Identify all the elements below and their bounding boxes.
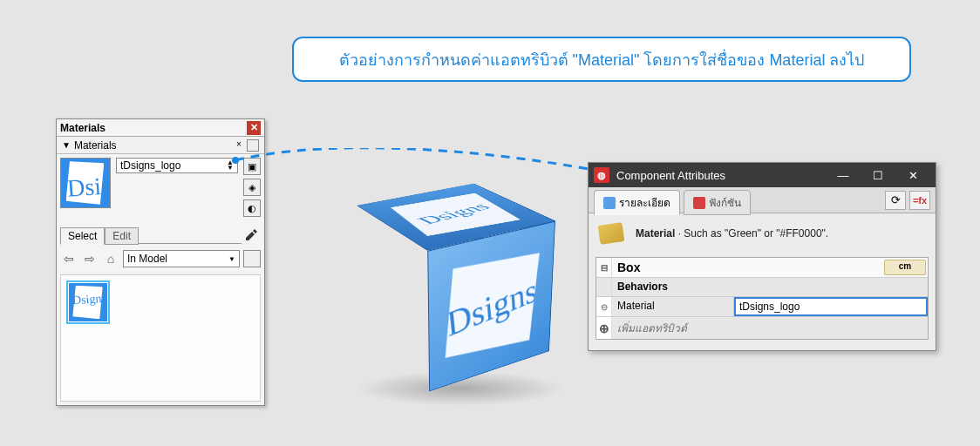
grid-header-row: ⊟ Box cm	[596, 258, 928, 278]
tab-functions[interactable]: ฟังก์ชัน	[684, 190, 751, 215]
tab-select[interactable]: Select	[60, 227, 105, 245]
component-name: Box	[612, 258, 882, 277]
pushpin-icon[interactable]	[247, 139, 259, 152]
info-icon	[603, 197, 616, 209]
materials-subheader[interactable]: ▼ Materials ×	[57, 137, 264, 154]
nav-back-icon[interactable]: ⇦	[60, 250, 78, 267]
material-thumbnail[interactable]: Dsigns	[66, 280, 110, 324]
unit-toggle[interactable]: cm	[884, 260, 926, 275]
create-material-icon[interactable]: ◈	[243, 179, 261, 196]
app-icon: ◍	[594, 167, 609, 183]
spinner-icon[interactable]: ▲▼	[227, 160, 234, 171]
chevron-down-icon: ▼	[228, 255, 235, 263]
material-swatch-large[interactable]: Dsigns	[60, 158, 111, 208]
set-default-icon[interactable]: ◐	[243, 199, 261, 217]
section-label: Behaviors	[612, 278, 928, 296]
attr-label: Material	[612, 297, 734, 316]
library-dropdown[interactable]: In Model ▼	[123, 250, 240, 267]
ca-tabs-row: รายละเอียด ฟังก์ชัน ⟳ =fx	[589, 187, 936, 213]
remove-attr-icon[interactable]: ⊖	[596, 297, 612, 316]
home-icon[interactable]: ⌂	[102, 250, 119, 267]
ca-title-text: Component Attributes	[616, 169, 725, 182]
attr-row-material: ⊖ Material	[596, 297, 928, 317]
details-menu-icon[interactable]	[243, 250, 261, 267]
materials-thumbnail-area: Dsigns	[60, 274, 261, 402]
add-attribute-row[interactable]: ⊕ เพิ่มแอตทริบิวต์	[596, 317, 928, 339]
material-name-field[interactable]: tDsigns_logo ▲▼	[116, 158, 238, 173]
component-attributes-panel: ◍ Component Attributes — ☐ ✕ รายละเอียด …	[588, 162, 936, 351]
maximize-icon[interactable]: ☐	[861, 163, 895, 187]
close-icon[interactable]: ✕	[895, 163, 930, 187]
materials-panel: Materials ✕ ▼ Materials × Dsigns tDsigns…	[56, 118, 265, 406]
ca-hint-row: Material · Such as "Green" or "#FF0000".	[589, 213, 936, 253]
refresh-icon[interactable]: ⟳	[885, 191, 906, 210]
materials-subtitle: Materials	[74, 139, 117, 152]
tab-edit[interactable]: Edit	[105, 227, 139, 245]
materials-title: Materials	[60, 122, 105, 134]
dropdown-selected: In Model	[127, 253, 167, 265]
attributes-grid: ⊟ Box cm Behaviors ⊖ Material ⊕ เพิ่มแอต…	[595, 257, 929, 340]
material-name-value: tDsigns_logo	[120, 159, 180, 172]
materials-title-bar[interactable]: Materials ✕	[57, 119, 264, 137]
fx-icon	[693, 197, 705, 209]
caption-box: ตัวอย่างการกำหนดค่าแอตทริบิวต์ "Material…	[292, 37, 911, 82]
collapse-icon[interactable]: ⊟	[596, 258, 612, 277]
add-attr-label: เพิ่มแอตทริบิวต์	[612, 317, 928, 339]
nav-forward-icon[interactable]: ⇨	[81, 250, 99, 267]
send-to-model-icon[interactable]: ▣	[243, 158, 261, 175]
hint-text: · Such as "Green" or "#FF0000".	[675, 227, 828, 240]
close-icon[interactable]: ✕	[247, 121, 261, 135]
close-sub-icon[interactable]: ×	[233, 139, 245, 152]
attribute-hint-icon	[597, 220, 629, 247]
minimize-icon[interactable]: —	[826, 163, 861, 187]
toggle-fx-icon[interactable]: =fx	[909, 191, 930, 210]
attr-value-input[interactable]	[734, 297, 928, 316]
ca-title-bar[interactable]: ◍ Component Attributes — ☐ ✕	[589, 163, 936, 187]
caption-text: ตัวอย่างการกำหนดค่าแอตทริบิวต์ "Material…	[339, 47, 865, 72]
hint-label: Material	[636, 227, 675, 240]
section-behaviors: Behaviors	[596, 278, 928, 297]
add-attr-icon[interactable]: ⊕	[596, 317, 612, 339]
collapse-icon[interactable]: ▼	[62, 140, 71, 150]
eyedropper-icon[interactable]	[242, 226, 261, 245]
tab-info[interactable]: รายละเอียด	[594, 190, 680, 215]
cube-scene: Dsigns Dsigns Dsigns	[349, 157, 558, 366]
